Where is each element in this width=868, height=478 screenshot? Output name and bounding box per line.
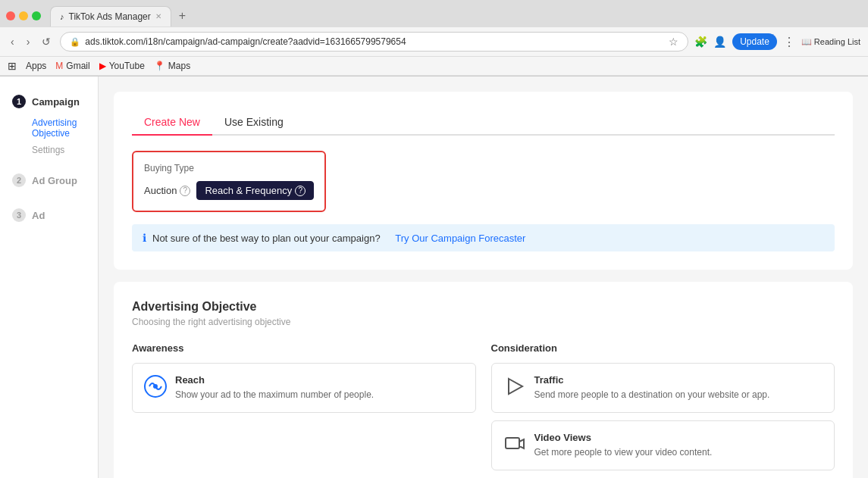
fullscreen-window-button[interactable] — [32, 11, 41, 20]
traffic-card[interactable]: Traffic Send more people to a destinatio… — [491, 363, 835, 413]
refresh-button[interactable]: ↺ — [39, 34, 54, 49]
buying-option-reach-frequency[interactable]: Reach & Frequency ? — [196, 181, 314, 200]
sidebar-campaign-label: Campaign — [32, 96, 80, 108]
step-number-2: 2 — [12, 173, 26, 187]
reach-card-text: Reach Show your ad to the maximum number… — [175, 374, 374, 401]
address-bar[interactable]: 🔒 ads.tiktok.com/i18n/campaign/ad-campai… — [60, 32, 688, 52]
objectives-layout: Awareness Reach Show your ad t — [132, 342, 835, 478]
sidebar-sub-advertising-objective[interactable]: Advertising Objective — [0, 114, 98, 142]
sidebar: 1 Campaign Advertising Objective Setting… — [0, 77, 99, 478]
sidebar-step-ad-header: 3 Ad — [12, 208, 86, 222]
nav-bar: ‹ › ↺ 🔒 ads.tiktok.com/i18n/campaign/ad-… — [0, 27, 868, 57]
main-content: Create New Use Existing Buying Type Auct… — [99, 77, 868, 478]
svg-marker-4 — [519, 439, 524, 448]
video-views-card[interactable]: Video Views Get more people to view your… — [491, 420, 835, 470]
reach-name: Reach — [175, 374, 374, 386]
campaign-forecaster-link[interactable]: Try Our Campaign Forecaster — [395, 233, 525, 244]
reach-frequency-label: Reach & Frequency — [205, 185, 292, 196]
buying-type-options: Auction ? Reach & Frequency ? — [144, 181, 314, 200]
info-banner: ℹ Not sure of the best way to plan out y… — [132, 224, 835, 251]
sidebar-step-campaign-header: 1 Campaign — [12, 95, 86, 108]
tab-close-button[interactable]: ✕ — [155, 12, 161, 20]
apps-grid-icon: ⊞ — [8, 60, 17, 72]
tab-bar: ♪ TikTok Ads Manager ✕ + — [0, 0, 868, 27]
auction-label: Auction — [144, 185, 177, 196]
bookmark-star-button[interactable]: ☆ — [669, 36, 678, 48]
gmail-icon: M — [55, 61, 63, 71]
consideration-column: Consideration Traffic Send more people t… — [491, 342, 835, 478]
sidebar-sub-settings[interactable]: Settings — [0, 142, 98, 158]
traffic-lights — [6, 11, 41, 20]
maps-icon: 📍 — [154, 61, 165, 71]
youtube-icon: ▶ — [99, 61, 106, 71]
auction-info-icon[interactable]: ? — [180, 186, 190, 196]
buying-type-card: Create New Use Existing Buying Type Auct… — [114, 92, 853, 270]
reach-frequency-info-icon[interactable]: ? — [295, 186, 306, 196]
advertising-objective-subtitle: Choosing the right advertising objective — [132, 317, 835, 327]
step-number-3: 3 — [12, 208, 26, 222]
advertising-objective-title: Advertising Objective — [132, 300, 835, 314]
buying-type-label: Buying Type — [144, 163, 314, 173]
bookmark-apps[interactable]: Apps — [26, 61, 46, 71]
advertising-objective-card: Advertising Objective Choosing the right… — [114, 282, 853, 478]
tab-favicon: ♪ — [60, 12, 64, 21]
sidebar-step-adgroup[interactable]: 2 Ad Group — [0, 167, 98, 193]
awareness-column: Awareness Reach Show your ad t — [132, 342, 476, 478]
browser-chrome: ♪ TikTok Ads Manager ✕ + ‹ › ↺ 🔒 ads.tik… — [0, 0, 868, 77]
info-banner-text: Not sure of the best way to plan out you… — [152, 233, 381, 244]
extensions-button[interactable]: 🧩 — [694, 36, 707, 48]
svg-point-1 — [153, 384, 158, 389]
back-button[interactable]: ‹ — [8, 34, 17, 49]
tab-create-new[interactable]: Create New — [132, 110, 212, 136]
sidebar-step-campaign[interactable]: 1 Campaign — [0, 89, 98, 114]
reach-icon — [143, 374, 168, 398]
profile-button[interactable]: 👤 — [713, 36, 726, 48]
traffic-name: Traffic — [534, 374, 770, 386]
video-views-card-text: Video Views Get more people to view your… — [534, 432, 713, 459]
traffic-card-text: Traffic Send more people to a destinatio… — [534, 374, 770, 401]
minimize-window-button[interactable] — [19, 11, 28, 20]
app-layout: 1 Campaign Advertising Objective Setting… — [0, 77, 868, 478]
browser-tab-active[interactable]: ♪ TikTok Ads Manager ✕ — [50, 6, 171, 27]
forward-button[interactable]: › — [24, 34, 33, 49]
address-text: ads.tiktok.com/i18n/campaign/ad-campaign… — [85, 36, 664, 47]
svg-rect-3 — [506, 438, 519, 448]
bookmarks-bar: ⊞ Apps M Gmail ▶ YouTube 📍 Maps — [0, 57, 868, 76]
traffic-description: Send more people to a destination on you… — [534, 389, 770, 401]
buying-option-auction[interactable]: Auction ? — [144, 185, 190, 196]
consideration-column-title: Consideration — [491, 342, 835, 354]
new-tab-button[interactable]: + — [174, 5, 190, 27]
reading-list-label: Reading List — [814, 37, 860, 46]
reach-description: Show your ad to the maximum number of pe… — [175, 389, 374, 401]
sidebar-ad-label: Ad — [32, 210, 45, 221]
lock-icon: 🔒 — [70, 37, 80, 47]
bookmark-gmail[interactable]: M Gmail — [55, 61, 89, 71]
awareness-column-title: Awareness — [132, 342, 476, 354]
tab-use-existing[interactable]: Use Existing — [212, 110, 296, 136]
video-views-icon — [503, 432, 527, 456]
update-button[interactable]: Update — [732, 33, 777, 50]
traffic-icon — [503, 374, 527, 398]
info-circle-icon: ℹ — [143, 232, 146, 244]
tab-title: TikTok Ads Manager — [69, 11, 151, 22]
reading-list-button[interactable]: 📖 Reading List — [801, 37, 860, 47]
sidebar-adgroup-label: Ad Group — [32, 175, 77, 186]
tabs-row: Create New Use Existing — [132, 110, 835, 136]
svg-marker-2 — [509, 379, 522, 394]
bookmark-youtube[interactable]: ▶ YouTube — [99, 61, 145, 71]
sidebar-step-adgroup-header: 2 Ad Group — [12, 173, 86, 187]
reach-card[interactable]: Reach Show your ad to the maximum number… — [132, 363, 476, 413]
close-window-button[interactable] — [6, 11, 15, 20]
video-views-description: Get more people to view your video conte… — [534, 446, 713, 459]
sidebar-step-ad[interactable]: 3 Ad — [0, 202, 98, 228]
video-views-name: Video Views — [534, 432, 713, 443]
reading-list-icon: 📖 — [801, 37, 812, 47]
buying-type-box: Buying Type Auction ? Reach & Frequency … — [132, 151, 326, 212]
bookmark-maps[interactable]: 📍 Maps — [154, 61, 190, 71]
browser-menu-button[interactable]: ⋮ — [783, 35, 795, 49]
step-number-1: 1 — [12, 95, 26, 108]
